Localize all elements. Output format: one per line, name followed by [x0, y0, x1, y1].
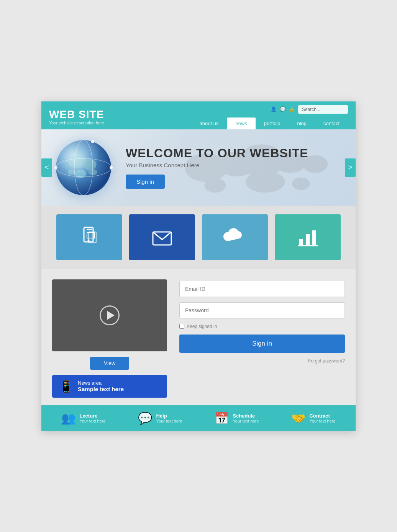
footer-contract-title: Contract — [309, 413, 335, 419]
tile-chart[interactable] — [275, 214, 341, 260]
content-section: View 📱 News area Sample text here Keep s… — [41, 269, 356, 405]
view-button[interactable]: View — [90, 357, 129, 370]
hero-next-arrow[interactable]: > — [345, 158, 356, 177]
footer-contract-text: Contract Your text here — [309, 413, 335, 423]
logo-area: WEB SITE Your website description here — [49, 109, 104, 125]
nav-about[interactable]: about us — [191, 117, 227, 129]
icon-tiles — [41, 206, 356, 269]
password-input[interactable] — [179, 302, 345, 318]
footer-help-text: Help Your text here — [156, 413, 182, 423]
signin-button[interactable]: Sign in — [179, 335, 345, 353]
globe-image — [53, 137, 114, 198]
hero-banner: < — [41, 129, 356, 206]
search-input[interactable] — [298, 105, 348, 114]
nav-bar: about us news porfolio blog contact — [191, 117, 348, 129]
hero-prev-arrow[interactable]: < — [41, 158, 52, 177]
lecture-icon: 👥 — [61, 411, 75, 425]
hero-subtitle: Your Business Concept Here — [126, 162, 308, 168]
svg-point-16 — [56, 140, 111, 195]
nav-news[interactable]: news — [227, 117, 256, 129]
tile-cloud[interactable] — [202, 214, 268, 260]
news-banner: 📱 News area Sample text here — [52, 375, 167, 398]
logo-title: WEB SITE — [49, 109, 104, 120]
nav-contact[interactable]: contact — [315, 117, 348, 129]
hero-signin-button[interactable]: Sign in — [126, 175, 165, 189]
video-area: View 📱 News area Sample text here — [52, 279, 167, 398]
chat-icon: 💬 — [280, 106, 286, 112]
user-icon: 👤 — [271, 106, 277, 112]
keep-signed-label: Keep signed in — [187, 324, 217, 329]
footer-help-title: Help — [156, 413, 182, 419]
schedule-icon: 📅 — [215, 411, 229, 425]
footer-lecture: 👥 Lecture Your text here — [61, 411, 105, 425]
footer-schedule-title: Schedule — [233, 413, 259, 419]
footer-schedule-desc: Your text here — [233, 419, 259, 423]
news-text-area: News area Sample text here — [78, 380, 124, 392]
news-mobile-icon: 📱 — [59, 380, 73, 393]
footer-lecture-desc: Your text here — [79, 419, 105, 423]
keep-signed-row: Keep signed in — [179, 324, 345, 329]
nav-portfolio[interactable]: porfolio — [256, 117, 289, 129]
header-right: 👤 💬 🔒 about us news porfolio blog contac… — [191, 105, 348, 129]
help-icon: 💬 — [138, 411, 152, 425]
header-icons: 👤 💬 🔒 — [271, 105, 348, 114]
tile-mobile[interactable] — [56, 214, 122, 260]
svg-point-19 — [54, 166, 57, 169]
footer: 👥 Lecture Your text here 💬 Help Your tex… — [41, 405, 356, 431]
news-label: News area — [78, 380, 124, 386]
video-player[interactable] — [52, 279, 167, 351]
forgot-password-link[interactable]: Forgot password? — [179, 358, 345, 364]
logo-subtitle: Your website description here — [49, 121, 104, 125]
footer-schedule: 📅 Schedule Your text here — [215, 411, 259, 425]
svg-point-18 — [91, 140, 94, 143]
svg-rect-27 — [306, 234, 310, 246]
login-form: Keep signed in Sign in Forgot password? — [179, 279, 345, 364]
svg-rect-28 — [312, 230, 316, 246]
svg-point-17 — [110, 166, 113, 169]
footer-help-desc: Your text here — [156, 419, 182, 423]
footer-schedule-text: Schedule Your text here — [233, 413, 259, 423]
keep-signed-checkbox[interactable] — [179, 324, 184, 329]
email-input[interactable] — [179, 281, 345, 297]
news-sample: Sample text here — [78, 386, 124, 392]
footer-lecture-title: Lecture — [79, 413, 105, 419]
footer-contract: 🤝 Contract Your text here — [291, 411, 335, 425]
contract-icon: 🤝 — [291, 411, 305, 425]
page-wrapper: WEB SITE Your website description here 👤… — [41, 101, 356, 431]
header: WEB SITE Your website description here 👤… — [41, 101, 356, 129]
hero-title: WELCOME TO OUR WEBSITE — [126, 146, 308, 160]
hero-text: WELCOME TO OUR WEBSITE Your Business Con… — [126, 146, 308, 189]
footer-help: 💬 Help Your text here — [138, 411, 182, 425]
footer-lecture-text: Lecture Your text here — [79, 413, 105, 423]
play-button[interactable] — [100, 305, 120, 325]
tile-email[interactable] — [129, 214, 195, 260]
svg-rect-26 — [299, 239, 303, 246]
nav-blog[interactable]: blog — [289, 117, 315, 129]
lock-icon: 🔒 — [289, 106, 295, 112]
footer-contract-desc: Your text here — [309, 419, 335, 423]
